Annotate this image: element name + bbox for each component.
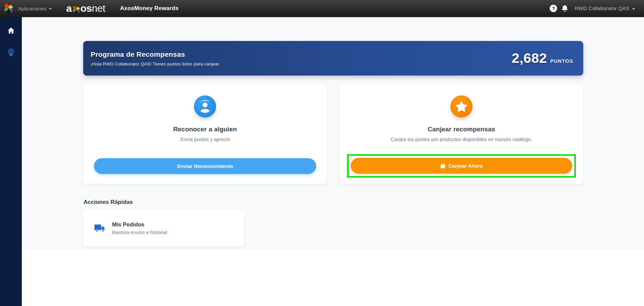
brand-mid: os xyxy=(80,3,92,14)
banner-text-group: Programa de Recompensas ¡Hola RWD Collab… xyxy=(91,50,220,67)
sidebar-item-rewards[interactable] xyxy=(4,46,18,59)
quick-actions-heading: Acciones Rápidas xyxy=(84,199,133,206)
user-name-label: RWD Collaborator QAS xyxy=(575,5,629,11)
notifications-bell-icon[interactable] xyxy=(561,5,568,12)
user-account-dropdown[interactable]: RWD Collaborator QAS xyxy=(575,5,635,11)
axosnet-brand-logo[interactable]: a os net xyxy=(66,3,105,14)
redeem-now-button-label: Canjear Ahora xyxy=(448,163,483,169)
left-sidebar xyxy=(0,17,22,306)
home-icon xyxy=(7,27,15,35)
redeem-card-subtitle: Canjea tus puntos por productos disponib… xyxy=(391,137,532,142)
navbar-left-group: Aplicaciones a os net AxosMoney Rewards xyxy=(0,3,179,14)
help-glyph: ? xyxy=(552,6,555,11)
help-icon[interactable]: ? xyxy=(550,5,557,12)
shopping-bag-icon xyxy=(440,163,445,168)
rewards-badge-icon xyxy=(7,48,15,57)
brand-x-icon xyxy=(73,6,80,12)
my-orders-card[interactable]: Mis Pedidos Rastrea envíos e historial xyxy=(83,210,244,247)
axos-apps-logo-icon xyxy=(4,4,13,13)
points-value: 2,682 xyxy=(512,50,547,66)
navbar-right-group: ? RWD Collaborator QAS xyxy=(550,5,644,12)
chevron-down-icon xyxy=(49,8,52,10)
chevron-down-icon xyxy=(632,8,635,10)
aplicaciones-dropdown[interactable]: Aplicaciones xyxy=(18,6,52,11)
star-icon xyxy=(456,101,467,112)
redeem-card: Canjear recompensas Canjea tus puntos po… xyxy=(340,84,583,184)
person-icon xyxy=(199,100,211,113)
top-navbar: Aplicaciones a os net AxosMoney Rewards … xyxy=(0,0,644,17)
redeem-now-button[interactable]: Canjear Ahora xyxy=(351,158,572,174)
my-orders-subtitle: Rastrea envíos e historial xyxy=(112,230,167,235)
brand-suffix: net xyxy=(92,3,105,14)
points-label: PUNTOS xyxy=(550,58,573,64)
my-orders-title: Mis Pedidos xyxy=(112,221,167,228)
person-circle-icon xyxy=(194,95,216,118)
send-recognition-button-label: Enviar Reconocimiento xyxy=(177,163,233,169)
bell-icon xyxy=(561,5,568,12)
star-circle-icon xyxy=(450,95,473,118)
aplicaciones-label: Aplicaciones xyxy=(18,6,46,11)
send-recognition-button[interactable]: Enviar Reconocimiento xyxy=(94,158,316,174)
app-title: AxosMoney Rewards xyxy=(120,5,179,12)
my-orders-text-group: Mis Pedidos Rastrea envíos e historial xyxy=(112,221,167,235)
sidebar-item-home[interactable] xyxy=(4,24,18,37)
brand-prefix: a xyxy=(66,3,71,14)
rewards-program-banner: Programa de Recompensas ¡Hola RWD Collab… xyxy=(83,41,583,76)
recognize-card-subtitle: Envía puntos y aprecio xyxy=(180,137,230,142)
recognize-card: Reconocer a alguien Envía puntos y aprec… xyxy=(83,84,327,184)
points-balance: 2,682 PUNTOS xyxy=(512,50,573,66)
recognize-card-title: Reconocer a alguien xyxy=(173,126,237,133)
truck-icon xyxy=(94,222,106,234)
highlight-annotation-box: Canjear Ahora xyxy=(347,154,576,178)
banner-subtitle: ¡Hola RWD Collaborator QAS! Tienes punto… xyxy=(91,61,220,67)
redeem-card-title: Canjear recompensas xyxy=(428,126,495,133)
banner-title: Programa de Recompensas xyxy=(91,50,220,58)
